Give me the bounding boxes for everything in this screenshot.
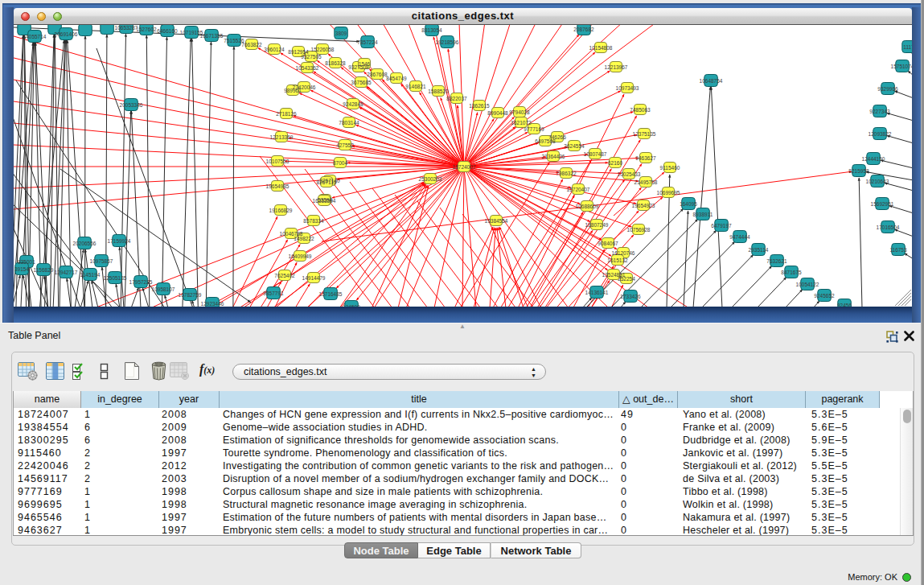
svg-text:19654985: 19654985: [266, 183, 290, 189]
svg-text:8471675: 8471675: [781, 270, 802, 275]
svg-text:7485063: 7485063: [630, 107, 651, 113]
svg-text:9794028: 9794028: [509, 109, 530, 115]
svg-text:746266: 746266: [548, 134, 566, 140]
svg-text:8813054: 8813054: [421, 27, 442, 33]
svg-text:16782759: 16782759: [179, 292, 202, 298]
svg-text:9474444: 9474444: [729, 234, 750, 240]
svg-text:10958107: 10958107: [152, 286, 175, 292]
svg-text:12505135: 12505135: [104, 275, 127, 281]
svg-text:16671355: 16671355: [200, 33, 224, 39]
svg-text:7663822: 7663822: [241, 42, 262, 47]
svg-text:2718126: 2718126: [276, 111, 297, 117]
svg-text:9857791: 9857791: [263, 290, 284, 296]
svg-text:835001: 835001: [18, 259, 35, 265]
svg-text:10699695: 10699695: [657, 190, 680, 196]
svg-text:252254: 252254: [618, 276, 635, 282]
svg-text:10054122: 10054122: [796, 282, 819, 287]
svg-text:15226058: 15226058: [311, 47, 335, 52]
svg-text:10648754: 10648754: [700, 78, 723, 84]
svg-text:19166829: 19166829: [269, 208, 293, 213]
svg-text:7632621: 7632621: [766, 258, 787, 264]
svg-text:15692951: 15692951: [871, 201, 894, 207]
svg-text:8938911: 8938911: [693, 212, 713, 217]
svg-text:7857224: 7857224: [357, 39, 378, 45]
svg-text:14914479: 14914479: [302, 275, 326, 281]
svg-text:2867608: 2867608: [367, 72, 388, 77]
svg-text:62160: 62160: [608, 160, 622, 166]
svg-text:12444150: 12444150: [862, 156, 885, 162]
svg-text:1527602: 1527602: [136, 27, 157, 32]
svg-text:10975857: 10975857: [90, 258, 113, 264]
svg-text:9463627: 9463627: [635, 155, 656, 161]
svg-text:20053346: 20053346: [120, 102, 143, 108]
svg-text:10653287: 10653287: [115, 25, 138, 31]
svg-text:20691406: 20691406: [55, 31, 78, 37]
svg-text:1733426: 1733426: [620, 294, 641, 299]
svg-text:9242848: 9242848: [343, 101, 363, 107]
svg-text:10807487: 10807487: [584, 151, 607, 157]
svg-text:1145194: 1145194: [80, 272, 101, 278]
svg-text:9777169: 9777169: [524, 126, 544, 132]
svg-text:8454749: 8454749: [386, 76, 407, 81]
svg-text:9329966: 9329966: [877, 86, 898, 92]
svg-text:1588520: 1588520: [428, 89, 449, 94]
svg-text:19218596: 19218596: [436, 39, 459, 45]
svg-text:18807249: 18807249: [585, 222, 609, 228]
svg-text:15751074: 15751074: [891, 64, 912, 69]
svg-text:15720407: 15720407: [567, 187, 590, 192]
svg-text:10756928: 10756928: [627, 227, 651, 233]
svg-text:8215958: 8215958: [848, 168, 869, 174]
svg-text:7986322: 7986322: [556, 171, 577, 176]
svg-text:164095: 164095: [680, 201, 697, 207]
svg-text:989961: 989961: [284, 88, 302, 93]
svg-text:8578334: 8578334: [303, 218, 324, 224]
svg-text:12375135: 12375135: [633, 131, 656, 137]
svg-text:18724007: 18724007: [453, 164, 476, 170]
svg-text:3675685: 3675685: [351, 80, 372, 85]
svg-text:8186328: 8186328: [325, 60, 346, 66]
svg-text:9115460: 9115460: [660, 165, 680, 171]
svg-text:21364436: 21364436: [542, 154, 565, 159]
svg-text:14055714: 14055714: [23, 34, 47, 39]
svg-text:10154808: 10154808: [589, 45, 613, 51]
svg-text:87004: 87004: [333, 160, 347, 166]
svg-text:9146821: 9146821: [405, 84, 426, 89]
svg-text:1362615: 1362615: [469, 103, 490, 109]
svg-text:17159924: 17159924: [108, 238, 131, 244]
svg-text:1621072: 1621072: [511, 120, 532, 126]
svg-text:10973493: 10973493: [616, 85, 639, 91]
svg-text:10210643: 10210643: [866, 179, 889, 184]
svg-text:7803144: 7803144: [339, 120, 359, 126]
svg-text:8322037: 8322037: [446, 96, 467, 101]
svg-text:25300203: 25300203: [419, 176, 442, 182]
svg-text:14136141: 14136141: [585, 290, 609, 295]
svg-text:17957225: 17957225: [129, 279, 153, 285]
svg-text:1615132: 1615132: [607, 257, 628, 263]
svg-text:15716485: 15716485: [319, 291, 343, 297]
svg-text:16120746: 16120746: [612, 250, 635, 256]
svg-text:427552: 427552: [336, 142, 354, 148]
svg-text:9327505: 9327505: [301, 54, 322, 60]
svg-text:9227343: 9227343: [869, 109, 890, 114]
svg-text:1156829: 1156829: [34, 267, 54, 273]
svg-text:116753: 116753: [889, 247, 907, 253]
svg-text:3960124: 3960124: [264, 47, 285, 52]
svg-text:10543362: 10543362: [296, 65, 319, 71]
svg-text:1546: 1546: [359, 61, 371, 67]
svg-text:92456: 92456: [837, 303, 852, 307]
svg-text:1498222: 1498222: [294, 236, 314, 241]
svg-text:6479197: 6479197: [711, 223, 732, 229]
svg-text:2935114: 2935114: [749, 247, 769, 253]
svg-text:8990448: 8990448: [487, 110, 508, 116]
svg-text:10025433: 10025433: [618, 171, 641, 177]
svg-text:7625402: 7625402: [274, 273, 295, 278]
svg-text:6466160: 6466160: [157, 28, 178, 34]
svg-text:12213967: 12213967: [605, 64, 628, 70]
svg-text:19384554: 19384554: [485, 218, 508, 224]
svg-text:21495758: 21495758: [634, 179, 658, 185]
svg-text:10688609: 10688609: [576, 204, 599, 209]
svg-text:12942717: 12942717: [55, 270, 78, 275]
svg-text:12093822: 12093822: [869, 131, 892, 137]
svg-text:3624554: 3624554: [564, 143, 585, 149]
svg-text:1117: 1117: [903, 44, 912, 50]
